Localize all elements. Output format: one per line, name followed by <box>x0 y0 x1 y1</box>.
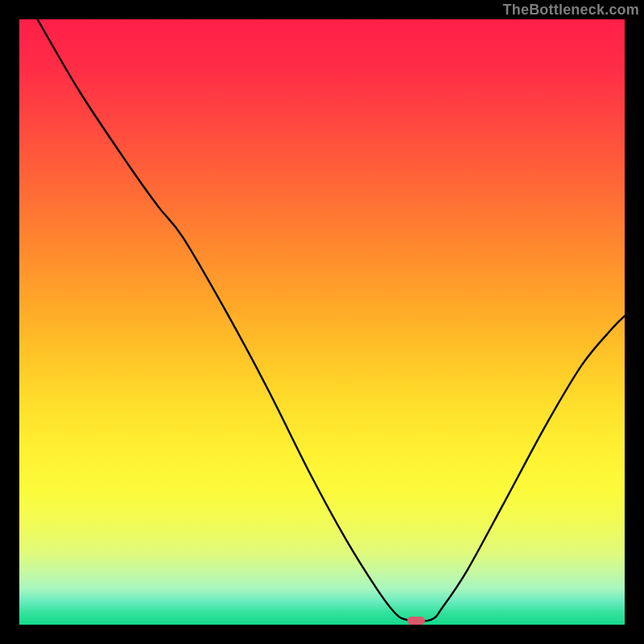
bottleneck-curve <box>19 19 625 625</box>
chart-container: TheBottleneck.com <box>0 0 644 644</box>
plot-area <box>19 19 625 625</box>
optimal-marker <box>407 617 425 625</box>
watermark-text: TheBottleneck.com <box>503 2 639 19</box>
